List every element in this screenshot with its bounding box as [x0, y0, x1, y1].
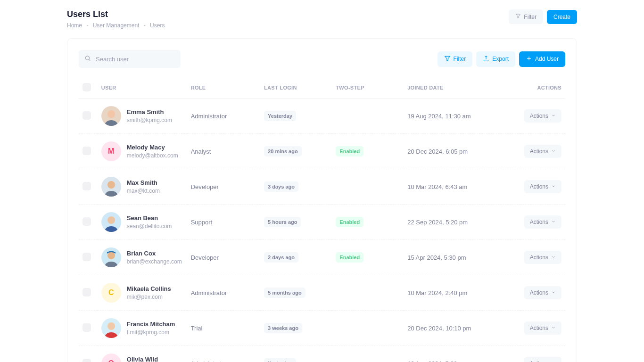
breadcrumb-user-mgmt[interactable]: User Management — [93, 22, 140, 29]
chevron-down-icon — [551, 148, 556, 155]
user-email: sean@dellito.com — [127, 223, 172, 230]
row-actions-button[interactable]: Actions — [524, 357, 561, 362]
actions-label: Actions — [530, 183, 548, 190]
row-actions-button[interactable]: Actions — [524, 286, 561, 299]
actions-label: Actions — [530, 219, 548, 225]
avatar[interactable]: O — [101, 354, 121, 362]
row-checkbox[interactable] — [83, 111, 91, 120]
table-row: Emma Smith smith@kpmg.com Administrator … — [79, 99, 565, 134]
header-filter-label: Filter — [524, 14, 537, 20]
user-role: Administrator — [191, 113, 227, 120]
header-create-button[interactable]: Create — [547, 10, 577, 24]
toolbar-filter-button[interactable]: Filter — [438, 51, 473, 67]
user-email: f.mit@kpmg.com — [127, 329, 175, 336]
col-header-user[interactable]: USER — [98, 77, 187, 99]
select-all-checkbox[interactable] — [83, 83, 91, 91]
add-user-button[interactable]: Add User — [519, 51, 565, 67]
joined-date: 19 Aug 2024, 11:30 am — [407, 113, 471, 120]
svg-line-1 — [89, 59, 91, 61]
svg-point-13 — [107, 322, 115, 330]
joined-date: 15 Apr 2024, 5:30 pm — [407, 254, 466, 261]
table-row: O Olivia Wild olivia@corpmail.com Admini… — [79, 346, 565, 362]
row-checkbox[interactable] — [83, 288, 91, 296]
last-login-badge: 3 days ago — [264, 181, 298, 192]
actions-label: Actions — [530, 254, 548, 261]
user-name[interactable]: Mikaela Collins — [127, 285, 171, 292]
table-row: Sean Bean sean@dellito.com Support 5 hou… — [79, 205, 565, 240]
last-login-badge: Yesterday — [264, 358, 296, 362]
user-email: melody@altbox.com — [127, 152, 178, 159]
user-name[interactable]: Francis Mitcham — [127, 321, 175, 328]
avatar[interactable] — [101, 318, 121, 338]
row-actions-button[interactable]: Actions — [524, 321, 561, 335]
user-name[interactable]: Sean Bean — [127, 214, 172, 222]
two-step-badge: Enabled — [336, 146, 363, 156]
col-header-role[interactable]: ROLE — [187, 77, 260, 99]
row-actions-button[interactable]: Actions — [524, 215, 561, 229]
row-checkbox[interactable] — [83, 359, 91, 362]
toolbar-filter-label: Filter — [454, 56, 466, 62]
user-role: Analyst — [191, 148, 211, 155]
header-filter-button[interactable]: Filter — [509, 9, 543, 24]
breadcrumb-sep: - — [86, 22, 88, 29]
last-login-badge: 3 weeks ago — [264, 323, 302, 333]
breadcrumb: Home - User Management - Users — [67, 22, 165, 29]
col-header-last-login[interactable]: LAST LOGIN — [260, 77, 332, 99]
users-table: USER ROLE LAST LOGIN TWO-STEP JOINED DAT… — [79, 77, 565, 362]
search-input[interactable] — [79, 50, 181, 68]
toolbar-export-button[interactable]: Export — [476, 51, 515, 67]
user-role: Developer — [191, 254, 219, 261]
users-card: Filter Export Add User — [67, 38, 577, 362]
joined-date: 19 Aug 2024, 5:20 pm — [407, 360, 467, 362]
avatar[interactable]: C — [101, 283, 121, 303]
user-name[interactable]: Max Smith — [127, 179, 160, 186]
avatar[interactable] — [101, 212, 121, 232]
joined-date: 20 Dec 2024, 6:05 pm — [407, 148, 468, 155]
user-name[interactable]: Melody Macy — [127, 144, 178, 151]
chevron-down-icon — [551, 360, 556, 362]
col-header-two-step[interactable]: TWO-STEP — [332, 77, 404, 99]
row-checkbox[interactable] — [83, 253, 91, 261]
actions-label: Actions — [530, 325, 548, 331]
user-email: brian@exchange.com — [127, 258, 182, 265]
last-login-badge: 20 mins ago — [264, 146, 302, 156]
user-name[interactable]: Olivia Wild — [127, 356, 179, 362]
avatar[interactable]: M — [101, 141, 121, 161]
row-checkbox[interactable] — [83, 182, 91, 190]
plus-icon — [526, 55, 532, 63]
svg-point-7 — [107, 181, 115, 189]
row-actions-button[interactable]: Actions — [524, 145, 561, 158]
user-email: mik@pex.com — [127, 294, 171, 300]
chevron-down-icon — [551, 183, 556, 190]
avatar[interactable] — [101, 177, 121, 197]
user-role: Support — [191, 219, 213, 226]
joined-date: 22 Sep 2024, 5:20 pm — [407, 219, 468, 226]
add-user-label: Add User — [535, 56, 559, 62]
row-checkbox[interactable] — [83, 147, 91, 155]
two-step-badge: Enabled — [336, 217, 363, 227]
avatar[interactable] — [101, 106, 121, 126]
row-actions-button[interactable]: Actions — [524, 180, 561, 193]
svg-point-11 — [107, 252, 115, 259]
toolbar-export-label: Export — [492, 56, 509, 62]
row-actions-button[interactable]: Actions — [524, 109, 561, 123]
col-header-joined[interactable]: JOINED DATE — [404, 77, 520, 99]
table-row: Brian Cox brian@exchange.com Developer 2… — [79, 240, 565, 275]
last-login-badge: 2 days ago — [264, 252, 298, 263]
chevron-down-icon — [551, 219, 556, 225]
breadcrumb-current: Users — [150, 22, 165, 29]
breadcrumb-home[interactable]: Home — [67, 22, 82, 29]
user-name[interactable]: Brian Cox — [127, 250, 182, 257]
user-email: max@kt.com — [127, 188, 160, 194]
actions-label: Actions — [530, 113, 548, 119]
user-name[interactable]: Emma Smith — [127, 108, 172, 115]
header-create-label: Create — [553, 14, 570, 20]
svg-point-5 — [107, 110, 115, 118]
row-checkbox[interactable] — [83, 217, 91, 226]
row-actions-button[interactable]: Actions — [524, 251, 561, 264]
actions-label: Actions — [530, 360, 548, 362]
user-role: Trial — [191, 325, 203, 332]
avatar[interactable] — [101, 247, 121, 267]
row-checkbox[interactable] — [83, 323, 91, 332]
joined-date: 10 Mar 2024, 2:40 pm — [407, 289, 467, 296]
